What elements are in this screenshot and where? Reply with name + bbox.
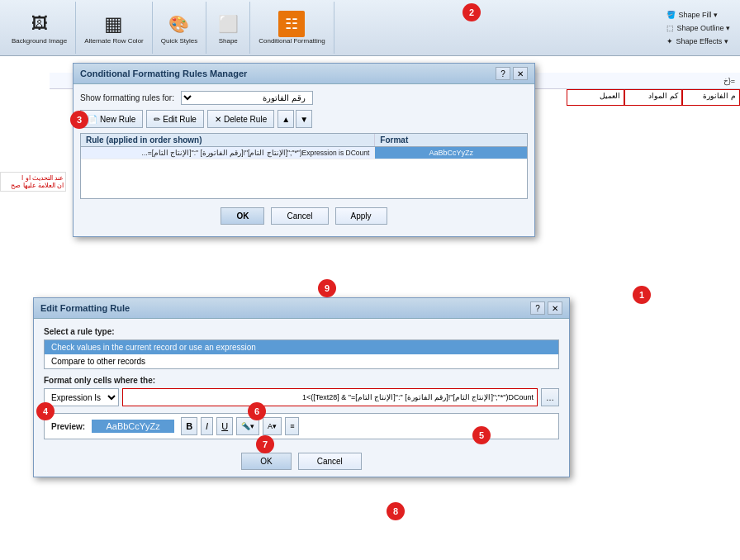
new-rule-icon: 📄 — [88, 115, 97, 124]
data-cell-2: كم المواد — [624, 89, 682, 106]
background-image-label: Background Image — [12, 37, 67, 45]
shape-fill-icon: 🪣 — [666, 11, 676, 19]
ef-title-buttons: ? ✕ — [530, 301, 562, 315]
show-rules-select[interactable]: رقم الفاتورة — [181, 91, 313, 105]
ef-rule-type-item-0[interactable]: Check values in the current record or us… — [45, 340, 558, 354]
ef-preview-label: Preview: — [51, 422, 85, 431]
cf-manager-body: Show formatting rules for: رقم الفاتورة … — [74, 84, 534, 236]
rule-column-header: Rule (applied in order shown) — [81, 134, 375, 146]
step-2: 2 — [462, 3, 481, 21]
conditional-formatting-icon: ☷ — [278, 11, 305, 37]
quick-styles-button[interactable]: 🎨 Quick Styles — [158, 9, 201, 46]
ef-font-color-button[interactable]: A▾ — [263, 417, 282, 435]
ef-italic-button[interactable]: I — [201, 417, 213, 435]
shape-effects-icon: ✦ — [666, 37, 673, 45]
ribbon-group-shape: ⬜ Shape — [206, 2, 250, 54]
conditional-formatting-label: Conditional Formatting — [259, 37, 325, 45]
shape-outline-button[interactable]: ⬚ Shape Outline ▾ — [663, 23, 733, 33]
cf-manager-cancel-button[interactable]: Cancel — [271, 207, 328, 225]
data-cell-1: م الفانورة — [682, 89, 740, 106]
ef-ok-button[interactable]: OK — [241, 453, 291, 470]
edit-rule-icon: ✏ — [154, 115, 160, 124]
shape-effects-button[interactable]: ✦ Shape Effects ▾ — [663, 36, 733, 46]
step-5: 5 — [472, 426, 491, 444]
step-8: 8 — [387, 502, 405, 520]
alternate-row-color-button[interactable]: ▦ Alternate Row Color — [81, 9, 147, 47]
rules-table-row[interactable]: Expression is DCount("*";"[الإنتاج التام… — [81, 147, 527, 159]
ef-body: Select a rule type: Check values in the … — [34, 319, 569, 448]
cf-manager-help-button[interactable]: ? — [496, 67, 510, 80]
new-rule-button[interactable]: 📄 New Rule — [80, 110, 143, 128]
move-up-button[interactable]: ▲ — [278, 110, 294, 128]
quick-styles-label: Quick Styles — [161, 37, 197, 45]
ef-cancel-button[interactable]: Cancel — [298, 453, 362, 470]
ef-title: Edit Formatting Rule — [40, 303, 130, 313]
edit-rule-button[interactable]: ✏ Edit Rule — [146, 110, 204, 128]
delete-rule-label: Delete Rule — [224, 115, 267, 124]
ef-align-button[interactable]: ≡ — [285, 417, 299, 435]
ef-expression-builder-button[interactable]: … — [541, 388, 559, 406]
conditional-formatting-button[interactable]: ☷ Conditional Formatting — [255, 9, 328, 47]
ef-expression-select[interactable]: Expression Is — [44, 388, 119, 406]
shape-outline-icon: ⬚ — [666, 24, 674, 32]
shape-label: Shape — [219, 37, 238, 45]
ef-preview-box: AaBbCcYyZz — [92, 420, 174, 433]
shape-effects-label: Shape Effects ▾ — [676, 37, 728, 45]
alternate-row-icon: ▦ — [101, 11, 127, 37]
rules-table-header: Rule (applied in order shown) Format — [81, 134, 527, 147]
move-down-button[interactable]: ▼ — [296, 110, 312, 128]
shape-fill-label: Shape Fill ▾ — [678, 11, 718, 19]
sidebar-update-text: عند التحديث او ا ان العلامة عليها صح — [0, 172, 66, 192]
ef-title-bar: Edit Formatting Rule ? ✕ — [34, 298, 569, 319]
delete-rule-button[interactable]: ✕ Delete Rule — [207, 110, 274, 128]
background-image-icon: 🖼 — [26, 11, 53, 37]
cf-manager-apply-button[interactable]: Apply — [335, 207, 387, 225]
cf-rules-manager-dialog: Conditional Formatting Rules Manager ? ✕… — [73, 63, 535, 237]
shape-fill-button[interactable]: 🪣 Shape Fill ▾ — [663, 10, 733, 20]
ef-close-button[interactable]: ✕ — [548, 301, 562, 315]
ef-select-rule-label: Select a rule type: — [44, 327, 559, 336]
data-cell-3: العميل — [567, 89, 624, 106]
step-1: 1 — [633, 286, 651, 304]
quick-styles-icon: 🎨 — [166, 11, 192, 37]
step-6: 6 — [248, 402, 266, 420]
ribbon-right-panel: 🪣 Shape Fill ▾ ⬚ Shape Outline ▾ ✦ Shape… — [660, 0, 737, 56]
ef-rule-type-list: Check values in the current record or us… — [44, 339, 559, 369]
rules-table: Rule (applied in order shown) Format Exp… — [80, 133, 528, 199]
new-rule-label: New Rule — [100, 115, 135, 124]
delete-rule-icon: ✕ — [215, 115, 221, 124]
rule-cell: Expression is DCount("*";"[الإنتاج التام… — [81, 147, 375, 159]
ribbon-group-cond-fmt: ☷ Conditional Formatting — [250, 2, 334, 54]
show-rules-row: Show formatting rules for: رقم الفاتورة — [80, 91, 528, 105]
format-column-header: Format — [375, 134, 527, 146]
ef-expression-input[interactable] — [122, 388, 538, 406]
up-down-buttons: ▲ ▼ — [278, 110, 312, 128]
ribbon-group-background: 🖼 Background Image — [3, 2, 76, 54]
shape-icon: ⬜ — [215, 11, 241, 37]
edit-rule-label: Edit Rule — [163, 115, 197, 124]
background-image-button[interactable]: 🖼 Background Image — [8, 9, 70, 47]
cf-manager-close-button[interactable]: ✕ — [513, 67, 528, 80]
step-9: 9 — [318, 279, 336, 297]
step-7: 7 — [256, 435, 274, 453]
cf-manager-toolbar: 📄 New Rule ✏ Edit Rule ✕ Delete Rule ▲ ▼ — [80, 110, 528, 128]
ef-expression-row: Expression Is … — [44, 388, 559, 406]
show-rules-label: Show formatting rules for: — [80, 93, 174, 102]
ef-help-button[interactable]: ? — [530, 301, 545, 315]
ef-bold-button[interactable]: B — [181, 417, 197, 435]
ef-format-label: Format only cells where the: — [44, 376, 559, 385]
shape-outline-label: Shape Outline ▾ — [676, 24, 730, 32]
cf-manager-title-buttons: ? ✕ — [496, 67, 528, 80]
ribbon-group-quick-styles: 🎨 Quick Styles — [153, 2, 206, 54]
ribbon: 🖼 Background Image ▦ Alternate Row Color… — [0, 0, 740, 56]
ef-rule-type-item-1[interactable]: Compare to other records — [45, 354, 558, 368]
ribbon-group-alt-row: ▦ Alternate Row Color — [76, 2, 153, 54]
ef-desc-section: Format only cells where the: Expression … — [44, 376, 559, 406]
cf-manager-ok-button[interactable]: OK — [221, 207, 264, 225]
step-4: 4 — [36, 402, 55, 420]
ef-underline-button[interactable]: U — [216, 417, 233, 435]
shape-button[interactable]: ⬜ Shape — [211, 9, 244, 46]
alternate-row-label: Alternate Row Color — [84, 37, 144, 45]
cf-manager-title-bar: Conditional Formatting Rules Manager ? ✕ — [74, 64, 534, 84]
cf-manager-footer: OK Cancel Apply — [80, 204, 528, 230]
